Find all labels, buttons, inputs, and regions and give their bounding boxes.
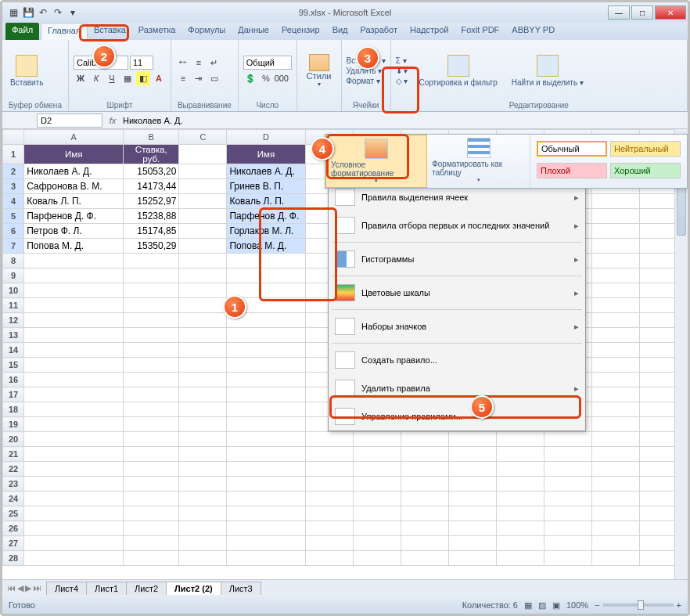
comma-icon[interactable]: 000	[275, 71, 289, 85]
row-header-20[interactable]: 20	[3, 432, 24, 447]
number-format-combo[interactable]: Общий	[243, 56, 292, 70]
currency-icon[interactable]: 💲	[243, 71, 257, 85]
cf-data-bars[interactable]: Гистограммы▸	[329, 245, 585, 273]
cell-B6[interactable]: 15174,85	[124, 224, 179, 239]
tab-foxit[interactable]: Foxit PDF	[455, 23, 505, 40]
cell-B2[interactable]: 15053,20	[124, 164, 179, 179]
tab-dev[interactable]: Разработ	[354, 23, 404, 40]
row-header-3[interactable]: 3	[3, 179, 24, 194]
col-header-C[interactable]: C	[179, 130, 227, 145]
row-header-9[interactable]: 9	[3, 268, 24, 283]
tab-data[interactable]: Данные	[232, 23, 275, 40]
maximize-button[interactable]: □	[631, 5, 653, 20]
sheet-tab-Лист4[interactable]: Лист4	[46, 582, 87, 595]
cell-A4[interactable]: Коваль Л. П.	[24, 194, 124, 209]
cf-icon-sets[interactable]: Наборы значков▸	[329, 312, 585, 340]
cell-D2[interactable]: Николаев А. Д.	[227, 164, 305, 179]
font-size-combo[interactable]: 11	[130, 56, 153, 70]
row-header-8[interactable]: 8	[3, 254, 24, 268]
vertical-scrollbar[interactable]	[674, 129, 688, 579]
tab-formulas[interactable]: Формулы	[181, 23, 232, 40]
find-select-button[interactable]: Найти и выделить ▾	[509, 53, 587, 88]
row-header-23[interactable]: 23	[3, 477, 24, 492]
row-header-18[interactable]: 18	[3, 402, 24, 417]
qat-more-icon[interactable]: ▾	[66, 6, 79, 19]
sheet-tab-Лист3[interactable]: Лист3	[221, 582, 261, 595]
wrap-icon[interactable]: ↵	[207, 56, 221, 70]
cell-C1[interactable]	[179, 145, 227, 164]
row-header-10[interactable]: 10	[3, 283, 24, 298]
style-bad[interactable]: Плохой	[537, 163, 607, 178]
align-left-icon[interactable]: ≡	[176, 71, 190, 85]
zoom-slider[interactable]: −+	[595, 600, 681, 610]
cell-B5[interactable]: 15238,88	[124, 209, 179, 224]
align-mid-icon[interactable]: ≡	[192, 56, 206, 70]
cf-new-rule[interactable]: Создать правило...	[329, 346, 585, 374]
cell-A3[interactable]: Сафронова В. М.	[24, 179, 124, 194]
row-header-14[interactable]: 14	[3, 343, 24, 358]
row-header-5[interactable]: 5	[3, 209, 24, 224]
cell-A1[interactable]: Имя	[24, 145, 124, 164]
cf-color-scales[interactable]: Цветовые шкалы▸	[329, 279, 585, 307]
clear-button[interactable]: ◇ ▾	[396, 77, 408, 85]
cf-manage-rules[interactable]: Управление правилами...	[329, 402, 585, 430]
merge-icon[interactable]: ▭	[207, 71, 221, 85]
cell-B1[interactable]: Ставка, руб.	[124, 145, 179, 164]
format-cells-button[interactable]: Формат ▾	[347, 77, 386, 85]
tab-review[interactable]: Рецензир	[275, 23, 326, 40]
formula-input[interactable]: Николаев А. Д.	[120, 116, 688, 125]
row-header-28[interactable]: 28	[3, 551, 24, 566]
tab-layout[interactable]: Разметка	[132, 23, 182, 40]
bold-button[interactable]: Ж	[74, 71, 88, 85]
minimize-button[interactable]: —	[608, 5, 630, 20]
row-header-21[interactable]: 21	[3, 447, 24, 462]
tab-file[interactable]: Файл	[5, 23, 39, 40]
italic-button[interactable]: К	[89, 71, 103, 85]
row-header-13[interactable]: 13	[3, 328, 24, 343]
sort-filter-button[interactable]: Сортировка и фильтр	[415, 53, 500, 88]
sheet-nav-buttons[interactable]: ⏮◀▶⏭	[2, 583, 46, 593]
tab-addins[interactable]: Надстрой	[404, 23, 455, 40]
undo-icon[interactable]: ↶	[37, 6, 49, 19]
redo-icon[interactable]: ↷	[52, 6, 64, 19]
tab-abbyy[interactable]: ABBYY PD	[505, 23, 561, 40]
tab-view[interactable]: Вид	[326, 23, 354, 40]
row-header-2[interactable]: 2	[3, 164, 24, 179]
style-neutral[interactable]: Нейтральный	[610, 141, 681, 157]
row-header-24[interactable]: 24	[3, 492, 24, 506]
row-header-12[interactable]: 12	[3, 313, 24, 328]
cf-clear-rules[interactable]: Удалить правила▸	[329, 374, 585, 402]
align-top-icon[interactable]: ⬴	[176, 56, 190, 70]
row-header-19[interactable]: 19	[3, 417, 24, 432]
fill-button[interactable]: ⬇ ▾	[396, 67, 408, 75]
row-header-17[interactable]: 17	[3, 387, 24, 402]
col-header-A[interactable]: A	[24, 130, 124, 145]
font-color-button[interactable]: A	[152, 71, 166, 85]
row-header-4[interactable]: 4	[3, 194, 24, 209]
tab-insert[interactable]: Вставка	[88, 23, 132, 40]
row-header-7[interactable]: 7	[3, 239, 24, 254]
col-header-B[interactable]: B	[124, 130, 179, 145]
view-pagebreak-icon[interactable]: ▣	[552, 600, 560, 611]
cell-B4[interactable]: 15252,97	[124, 194, 179, 209]
row-header-15[interactable]: 15	[3, 358, 24, 373]
autosum-button[interactable]: Σ ▾	[396, 56, 408, 65]
row-header-26[interactable]: 26	[3, 521, 24, 536]
cell-B3[interactable]: 14173,44	[124, 179, 179, 194]
cell-B7[interactable]: 15350,29	[124, 239, 179, 254]
fx-icon[interactable]: fx	[106, 116, 120, 125]
sheet-tab-Лист1[interactable]: Лист1	[86, 582, 127, 595]
save-icon[interactable]: 💾	[22, 6, 34, 19]
cell-D3[interactable]: Гринев В. П.	[227, 179, 305, 194]
cell-D7[interactable]: Попова М. Д.	[227, 239, 305, 254]
fill-color-button[interactable]: ◧	[136, 71, 150, 85]
cell-A6[interactable]: Петров Ф. Л.	[24, 224, 124, 239]
row-header-11[interactable]: 11	[3, 298, 24, 313]
cell-D5[interactable]: Парфенов Д. Ф.	[227, 209, 305, 224]
sheet-tab-Лист2 (2)[interactable]: Лист2 (2)	[166, 582, 221, 595]
border-button[interactable]: ▦	[120, 71, 135, 85]
col-header-D[interactable]: D	[227, 130, 305, 145]
tab-home[interactable]: Главная	[41, 23, 88, 40]
indent-icon[interactable]: ⇥	[192, 71, 206, 85]
sheet-tab-Лист2[interactable]: Лист2	[126, 582, 167, 595]
